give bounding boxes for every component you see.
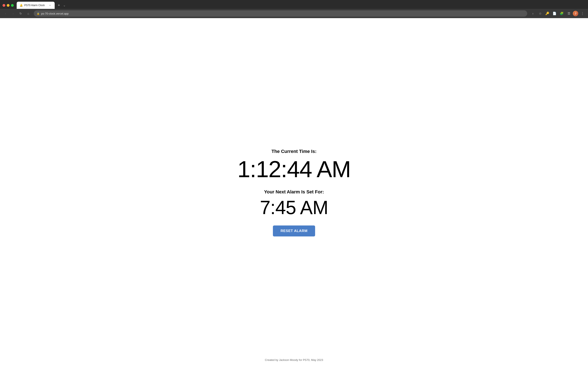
extensions-button[interactable]: 🧩 (558, 10, 565, 17)
close-window-button[interactable] (2, 4, 5, 7)
home-button[interactable]: ⌂ (25, 10, 31, 17)
browser-chrome: 🔔 PS70 Alarm Clock × + ⌄ ‹ › ↻ ⌂ 🔒 ps-70… (0, 0, 588, 18)
current-time-label: The Current Time Is: (272, 149, 316, 154)
reader-mode-button[interactable]: 📄 (551, 10, 558, 17)
address-bar[interactable]: 🔒 ps-70-clock.vercel.app (34, 10, 527, 17)
reload-button[interactable]: ↻ (18, 10, 24, 17)
reset-alarm-button[interactable]: RESET ALARM (273, 225, 315, 236)
page-footer: Created by Jackson Moody for PS70, May 2… (0, 355, 588, 365)
page-content: The Current Time Is: 1:12:44 AM Your Nex… (0, 18, 588, 367)
new-tab-button[interactable]: + (56, 2, 62, 8)
split-view-button[interactable]: ☰ (566, 10, 572, 17)
url-text: ps-70-clock.vercel.app (41, 12, 524, 15)
maximize-window-button[interactable] (11, 4, 14, 7)
profile-button[interactable]: J (573, 11, 578, 16)
alarm-label: Your Next Alarm Is Set For: (264, 189, 324, 195)
tab-close-button[interactable]: × (48, 4, 52, 7)
toolbar-actions: ↑ ☆ 🔑 📄 🧩 ☰ J ⋮ (530, 10, 586, 17)
lock-icon: 🔒 (37, 12, 40, 15)
password-manager-icon[interactable]: 🔑 (544, 10, 550, 17)
alarm-time-display: 7:45 AM (260, 198, 328, 217)
back-button[interactable]: ‹ (2, 10, 9, 17)
traffic-lights (2, 4, 14, 7)
browser-toolbar: ‹ › ↻ ⌂ 🔒 ps-70-clock.vercel.app ↑ ☆ 🔑 📄… (0, 9, 588, 18)
share-button[interactable]: ↑ (530, 10, 536, 17)
current-time-display: 1:12:44 AM (238, 158, 351, 181)
tab-bar: 🔔 PS70 Alarm Clock × + ⌄ (0, 0, 588, 9)
tab-title: PS70 Alarm Clock (24, 4, 47, 7)
minimize-window-button[interactable] (7, 4, 9, 7)
forward-button[interactable]: › (10, 10, 16, 17)
active-tab[interactable]: 🔔 PS70 Alarm Clock × (17, 2, 55, 9)
tab-favicon-icon: 🔔 (20, 4, 23, 7)
bookmark-button[interactable]: ☆ (537, 10, 543, 17)
tabs-chevron-icon[interactable]: ⌄ (63, 4, 66, 7)
menu-button[interactable]: ⋮ (579, 10, 586, 17)
